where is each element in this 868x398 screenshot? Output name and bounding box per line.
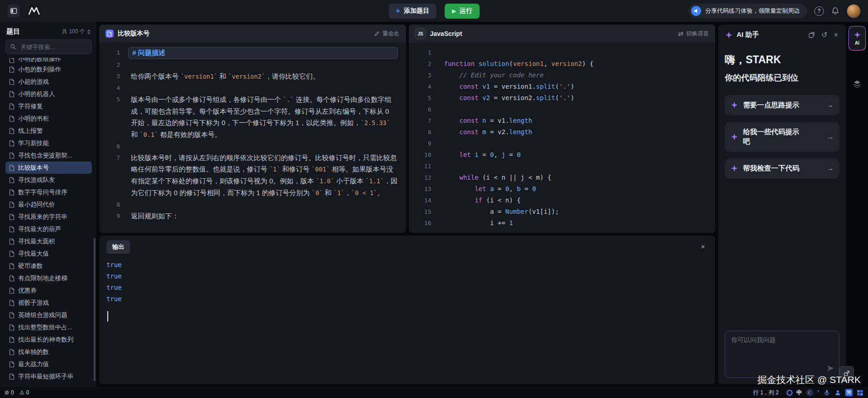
rename-button[interactable]: 重命名 (374, 30, 400, 38)
line-number: 4 (409, 81, 431, 92)
code-line-text: const v2 = version2.split('.') (431, 92, 575, 104)
line-number: 5 (409, 92, 431, 104)
problem-panel: 比较版本号 重命名 1# 问题描述23给你两个版本号 `version1` 和 … (99, 25, 406, 233)
output-console[interactable]: truetruetruetrue (106, 259, 708, 380)
sidebar-scrollbar[interactable] (94, 238, 95, 381)
code-line: 14 if (i < n) { (409, 195, 716, 206)
problem-title: 比较版本号 (118, 30, 150, 38)
sidebar-item[interactable]: 有点限制地走楼梯 (5, 272, 92, 284)
sidebar-item[interactable]: 寻找最大的葫芦 (5, 223, 92, 235)
microphone-icon[interactable] (823, 389, 830, 396)
notifications-icon[interactable] (831, 7, 839, 15)
help-icon[interactable]: ? (814, 6, 824, 16)
document-icon (9, 214, 15, 220)
sidebar-title: 题目 (6, 27, 20, 36)
ai-question-input[interactable] (730, 335, 836, 361)
ai-greeting: 嗨，STARK (725, 53, 839, 67)
sidebar-item[interactable]: 线上报警 (5, 125, 92, 137)
sidebar-item[interactable]: 学习新技能 (5, 137, 92, 149)
sidebar-item[interactable]: 小明的数组操作 (5, 58, 92, 63)
sidebar-item[interactable]: 寻找游戏队友 (5, 174, 92, 186)
sidebar-item[interactable]: 找单独的数 (5, 346, 92, 358)
code-editor[interactable]: 12function solution(version1, version2) … (409, 43, 716, 233)
profile-icon[interactable] (834, 389, 841, 396)
sidebar-item[interactable]: 最小趋同代价 (5, 198, 92, 211)
ime-mode-icon[interactable]: 中 (797, 389, 803, 397)
quote-icon[interactable]: ’ (818, 389, 819, 396)
history-icon[interactable]: ↺ (820, 30, 828, 39)
run-button[interactable]: ▶ 运行 (445, 4, 479, 19)
sidebar-item[interactable]: 寻找最大值 (5, 247, 92, 260)
sidebar-item[interactable]: 字符串最短循环子串 (5, 370, 92, 383)
sidebar-item-label: 硬币凑数 (18, 262, 43, 270)
ai-suggestion-card[interactable]: 帮我检查一下代码→ (725, 158, 839, 179)
close-output-icon[interactable]: × (698, 242, 708, 252)
line-number: 8 (409, 126, 431, 138)
sidebar-item[interactable]: 数字字母问号排序 (5, 186, 92, 198)
sidebar-item[interactable]: 寻找最大面积 (5, 235, 92, 247)
switch-language-button[interactable]: ⇄ 切换语言 (678, 30, 709, 38)
sidebar-item[interactable]: 小包的数列操作 (5, 63, 92, 76)
user-avatar[interactable] (847, 4, 861, 18)
ime-ring-icon[interactable] (787, 390, 793, 396)
sidebar-item[interactable]: 小明的机器人 (5, 88, 92, 100)
sidebar-item[interactable]: 硬币凑数 (5, 260, 92, 272)
line-number: 3 (99, 71, 120, 82)
ime-simplified-icon[interactable]: 简 (845, 389, 853, 396)
sidebar-item[interactable]: 找出整型数组中占... (5, 321, 92, 333)
send-icon[interactable] (827, 364, 834, 374)
sidebar-item[interactable]: 英雄组合游戏问题 (5, 309, 92, 321)
ai-suggestion-card[interactable]: 需要一点思路提示→ (725, 95, 839, 116)
problem-line-text: 比较版本号时，请按从左到右的顺序依次比较它们的修订号。比较修订号时，只需比较忽略… (131, 152, 398, 199)
sort-icon (87, 30, 91, 34)
sidebar-item[interactable]: 最大战力值 (5, 358, 92, 370)
sidebar-item[interactable]: 摇骰子游戏 (5, 297, 92, 309)
output-tab[interactable]: 输出 (106, 240, 130, 254)
share-icon[interactable] (807, 32, 816, 38)
megaphone-icon (691, 6, 701, 16)
add-problem-button[interactable]: + 添加题目 (388, 4, 437, 19)
sidebar-item[interactable]: 字符修复 (5, 100, 92, 112)
problem-list: 小明的数组操作小包的数列操作小超的游戏小明的机器人字符修复小明的书柜线上报警学习… (5, 58, 92, 387)
sidebar-item[interactable]: 比较版本号 (5, 161, 92, 174)
problem-sidebar: 题目 共 100 个 小明的数组操作小包的数列操作小超的游戏小明的机器人字符修复… (0, 22, 96, 387)
ai-suggestions: 需要一点思路提示→给我一些代码提示吧→帮我检查一下代码→ (725, 95, 839, 179)
problem-editor[interactable]: 1# 问题描述23给你两个版本号 `version1` 和 `version2`… (99, 43, 406, 233)
ai-suggestion-card[interactable]: 给我一些代码提示吧→ (725, 122, 839, 152)
output-line: true (106, 282, 708, 293)
problem-line-text: # 问题描述 (128, 47, 398, 59)
sidebar-item-label: 有点限制地走楼梯 (18, 274, 67, 282)
promo-banner[interactable]: 分享代码练习体验，领限量定制周边 (688, 4, 807, 18)
code-line: 11 (409, 161, 716, 172)
code-line-text: while (i < n || j < m) { (431, 172, 552, 183)
ai-assistant-toggle[interactable]: AI (848, 26, 866, 50)
moon-icon[interactable]: ☾ (806, 389, 813, 396)
warning-indicator[interactable]: ⚠ 0 (20, 389, 29, 396)
sidebar-item[interactable]: 找出最长的神奇数列 (5, 333, 92, 346)
sidebar-item[interactable]: 小明的书柜 (5, 112, 92, 125)
sidebar-item[interactable]: 寻找原来的字符串 (5, 211, 92, 223)
code-line-text (431, 138, 444, 149)
sidebar-item[interactable]: 小超的游戏 (5, 76, 92, 88)
document-icon (9, 177, 15, 183)
error-indicator[interactable]: ⊘ 0 (5, 389, 14, 396)
ai-suggestion-label: 需要一点思路提示 (743, 101, 803, 110)
code-line-text: const n = v1.length (431, 115, 532, 126)
line-number: 5 (99, 94, 120, 141)
layers-tool-icon[interactable] (853, 80, 862, 91)
close-ai-icon[interactable]: × (833, 31, 839, 39)
sidebar-toggle-icon[interactable] (7, 5, 20, 17)
sidebar-item-label: 小明的书柜 (18, 115, 49, 123)
sidebar-item-label: 寻找游戏队友 (18, 176, 55, 184)
output-line: true (106, 293, 708, 305)
sidebar-item-label: 线上报警 (18, 127, 43, 135)
line-number: 7 (99, 152, 120, 199)
problem-line: 8 (99, 199, 406, 210)
keyboard-grid-icon[interactable] (857, 389, 863, 396)
sidebar-item[interactable]: 优惠券 (5, 284, 92, 297)
sidebar-item-label: 寻找原来的字符串 (18, 213, 67, 221)
search-input[interactable] (20, 43, 87, 51)
promo-text: 分享代码练习体验，领限量定制周边 (705, 7, 800, 15)
sidebar-item-label: 最小趋同代价 (18, 201, 55, 209)
sidebar-item[interactable]: 寻找包含斐波那契... (5, 149, 92, 161)
